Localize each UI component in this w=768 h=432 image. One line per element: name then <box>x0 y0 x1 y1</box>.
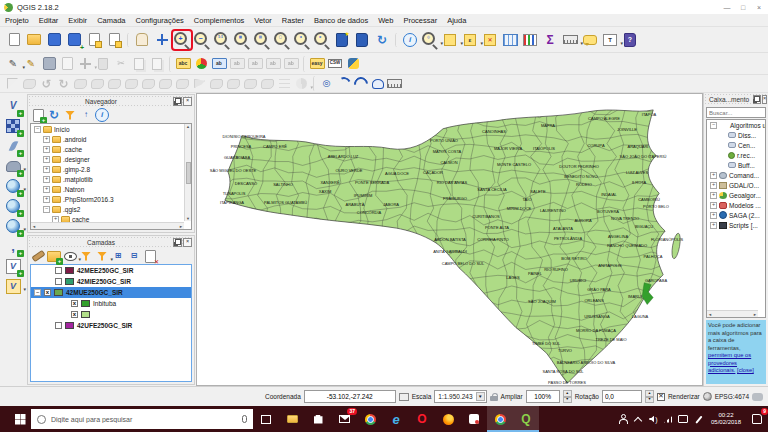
horizontal-scrollbar[interactable]: ◄► <box>707 310 758 317</box>
highlight-pinned-labels-button[interactable]: ab <box>229 56 245 72</box>
field-calculator-button[interactable] <box>521 31 539 49</box>
cad-input-button[interactable] <box>387 76 402 91</box>
open-project-button[interactable] <box>25 31 43 49</box>
network-tray-icon[interactable] <box>661 406 676 432</box>
zoom-next-button[interactable]: ► <box>313 31 331 49</box>
zoom-last-button[interactable]: ◄ <box>293 31 311 49</box>
layer-visibility-checkbox[interactable] <box>55 278 62 285</box>
select-features-button[interactable] <box>441 31 459 49</box>
circular-arc-by-radius-button[interactable] <box>353 76 368 91</box>
tree-item-android[interactable]: + .android <box>31 134 191 144</box>
log-messages-icon[interactable] <box>752 393 763 401</box>
tree-item-cache[interactable]: + .cache <box>31 144 191 154</box>
people-tray-icon[interactable] <box>616 406 631 432</box>
new-project-button[interactable] <box>5 31 23 49</box>
float-panel-button[interactable] <box>173 97 182 106</box>
legend-item-inbituba[interactable]: Inbituba <box>31 298 191 309</box>
layer-visibility-checkbox[interactable] <box>55 267 62 274</box>
microphone-icon[interactable] <box>242 415 247 423</box>
horizontal-scrollbar[interactable]: ◄► <box>31 222 184 229</box>
composer-manager-button[interactable] <box>105 31 123 49</box>
add-postgis-layer-button[interactable] <box>4 157 22 175</box>
float-panel-button[interactable] <box>753 95 761 104</box>
lock-scale-icon[interactable] <box>490 393 498 401</box>
redo-button[interactable]: ↻ <box>56 76 71 91</box>
menu-item[interactable]: Ajuda <box>442 14 471 26</box>
paste-features-button[interactable] <box>149 56 165 72</box>
toolbox-item-buffer[interactable]: Buff... <box>707 160 765 170</box>
float-panel-button[interactable] <box>173 238 182 247</box>
toolbox-group-scripts[interactable]: + Scripts [... <box>707 220 765 230</box>
expander-icon[interactable]: + <box>43 196 50 203</box>
zoom-in-button[interactable]: + <box>173 31 191 49</box>
pin-labels-button[interactable]: ab <box>211 56 227 72</box>
close-panel-button[interactable]: × <box>762 95 767 104</box>
expander-icon[interactable] <box>61 300 68 307</box>
identify-features-button[interactable]: i <box>401 31 419 49</box>
help-button[interactable]: ? <box>621 31 639 49</box>
layer-visibility-checkbox[interactable] <box>71 311 78 318</box>
expander-icon[interactable]: + <box>43 186 50 193</box>
delete-part-button[interactable] <box>175 76 190 91</box>
select-by-expression-button[interactable]: ε <box>461 31 479 49</box>
cut-features-button[interactable]: ✂ <box>113 56 129 72</box>
properties-widget-button[interactable]: i <box>95 108 109 122</box>
pen-tray-icon[interactable] <box>691 406 706 432</box>
magnifier-spinner[interactable]: ▲▼ <box>563 390 572 403</box>
minimize-button[interactable]: — <box>722 4 732 11</box>
toolbox-group-gdal[interactable]: + GDAL/O... <box>707 180 765 190</box>
add-group-button[interactable] <box>47 249 61 263</box>
toolbox-group-saga[interactable]: + SAGA (2... <box>707 210 765 220</box>
feature-action-button[interactable]: ◎ <box>421 31 439 49</box>
add-selected-layers-button[interactable] <box>31 108 45 122</box>
expander-icon[interactable]: + <box>710 182 717 189</box>
legend-item-others[interactable] <box>31 309 191 320</box>
render-checkbox[interactable]: ✕ <box>657 393 665 401</box>
layer-visibility-checkbox[interactable] <box>44 289 51 296</box>
manage-map-themes-button[interactable] <box>63 249 77 263</box>
toolbox-search-input[interactable] <box>706 107 766 118</box>
layer-diagram-button[interactable] <box>193 56 209 72</box>
add-part-button[interactable] <box>124 76 139 91</box>
menu-item[interactable]: Camada <box>92 14 130 26</box>
cad-tools-button[interactable] <box>5 76 20 91</box>
tree-item-phpstorm[interactable]: + .PhpStorm2016.3 <box>31 194 191 204</box>
current-edits-button[interactable]: ✎ <box>5 56 21 72</box>
rotate-point-symbols-button[interactable] <box>294 76 309 91</box>
expander-icon[interactable]: + <box>43 156 50 163</box>
pan-to-selection-button[interactable] <box>153 31 171 49</box>
menu-item[interactable]: Processar <box>398 14 442 26</box>
tree-item-matplotlib[interactable]: + .matplotlib <box>31 174 191 184</box>
delete-selected-button[interactable] <box>95 56 111 72</box>
save-project-as-button[interactable] <box>65 31 83 49</box>
expander-icon[interactable] <box>719 132 726 139</box>
merge-attributes-button[interactable] <box>277 76 292 91</box>
coordinate-input[interactable] <box>304 390 396 403</box>
new-shapefile-layer-button[interactable]: V <box>4 277 22 295</box>
expander-icon[interactable]: − <box>34 126 41 133</box>
pan-map-button[interactable] <box>133 31 151 49</box>
expander-icon[interactable] <box>61 311 68 318</box>
easy-custom-print-button[interactable]: easy <box>309 56 325 72</box>
menu-item[interactable]: Complementos <box>189 14 249 26</box>
rotation-input[interactable] <box>602 390 642 403</box>
mail-button[interactable]: 37 <box>331 406 357 432</box>
add-ring-button[interactable] <box>107 76 122 91</box>
new-print-composer-button[interactable] <box>85 31 103 49</box>
add-delimited-text-layer-button[interactable]: , <box>4 237 22 255</box>
move-label-button[interactable]: ab <box>247 56 263 72</box>
deselect-all-button[interactable]: ✕ <box>481 31 499 49</box>
remove-layer-button[interactable] <box>143 249 157 263</box>
add-wfs-layer-button[interactable] <box>4 217 22 235</box>
magnifier-input[interactable] <box>526 390 560 403</box>
offset-curve-button[interactable] <box>209 76 224 91</box>
filter-legend-button[interactable] <box>79 249 93 263</box>
tracing-button[interactable] <box>22 76 37 91</box>
toolbox-item-dissolve[interactable]: Diss... <box>707 130 765 140</box>
csw-metasearch-button[interactable]: CSW <box>327 56 343 72</box>
menu-item[interactable]: Configurações <box>130 14 188 26</box>
epsg-code[interactable]: EPSG:4674 <box>715 393 749 400</box>
zoom-native-resolution-button[interactable]: 1:1 <box>213 31 231 49</box>
hidden-icons-chevron[interactable] <box>631 406 646 432</box>
store-button[interactable] <box>305 406 331 432</box>
